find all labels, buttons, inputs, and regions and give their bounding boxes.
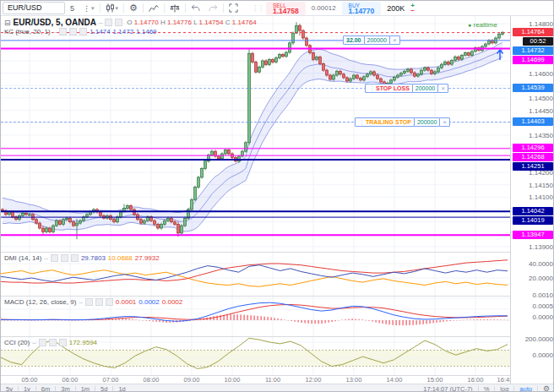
cci-legend: CCI (20) – 172.9594 <box>4 339 97 346</box>
position-profit-value: 32.00 <box>343 35 365 45</box>
pane-divider[interactable] <box>1 296 554 297</box>
quantity-field[interactable]: 200K <box>383 4 408 13</box>
stop-loss-order-label[interactable]: ⋮STOP LOSS 200000 × <box>366 84 448 93</box>
close-icon[interactable] <box>79 28 87 35</box>
macd-hist-value: 0.0001 <box>116 298 136 306</box>
bar-countdown: 00:52 <box>523 37 553 46</box>
fullscreen-button[interactable] <box>225 2 242 14</box>
chart-style-button[interactable]: ▾ <box>102 2 122 14</box>
time-label: 09:00 <box>179 376 204 384</box>
close-icon[interactable] <box>71 254 79 262</box>
eye-icon[interactable] <box>85 298 93 306</box>
eye-icon[interactable] <box>105 19 112 26</box>
time-axis[interactable]: 05:0006:0007:0008:0009:0010:0011:0012:00… <box>1 376 510 384</box>
bottom-toolbar: 5y 1y 6m 3m 1m 5d 1d 17:14:07 (UTC-7) % … <box>1 384 554 392</box>
time-label: 08:00 <box>138 376 164 384</box>
dmi-minus-di-value: 10.0688 <box>108 254 133 262</box>
percent-scale-button[interactable]: % <box>484 385 490 392</box>
indicators-button[interactable] <box>145 2 162 14</box>
drag-handle-icon[interactable]: ⋮ <box>358 118 366 126</box>
legend-arrow[interactable]: – <box>32 339 35 346</box>
time-label: 13:00 <box>341 376 367 384</box>
cancel-stop-loss-button[interactable]: × <box>437 84 448 93</box>
settings-small-icon[interactable] <box>115 19 122 26</box>
gear-icon[interactable]: ⚙ <box>543 384 550 392</box>
eye-icon[interactable] <box>59 28 67 35</box>
price-tick: 1.13900 <box>529 243 553 251</box>
auto-scale-button[interactable]: auto <box>519 385 532 392</box>
eye-icon[interactable] <box>51 254 58 262</box>
price-badge: 1.14403 <box>513 117 553 126</box>
time-label: 15:00 <box>422 376 448 384</box>
quantity-decrease-button[interactable]: − <box>410 8 415 14</box>
kebab-icon: ⋮ <box>83 4 90 13</box>
toolbar-separator <box>223 3 224 13</box>
log-scale-button[interactable]: log <box>500 385 508 392</box>
range-1d-button[interactable]: 1d <box>118 385 125 392</box>
symbol-label: EUR/USD <box>8 3 42 12</box>
toolbar-separator <box>100 3 100 13</box>
trailing-stop-quantity[interactable]: 200000 <box>414 117 440 127</box>
redo-button[interactable] <box>205 2 221 14</box>
interval-menu-button[interactable]: ⋮ ▾ <box>79 2 98 14</box>
time-label: 07:00 <box>98 376 123 384</box>
settings-button[interactable]: ⚙ <box>126 2 141 14</box>
stop-loss-quantity[interactable]: 200000 <box>412 84 438 93</box>
price-axis[interactable]: 1.148001.146501.146001.145001.144501.143… <box>510 16 554 384</box>
range-3m-button[interactable]: 3m <box>61 385 69 392</box>
kc-lower-value: 1.1469 <box>136 28 156 35</box>
close-position-button[interactable]: × <box>389 35 400 45</box>
sell-button[interactable]: SELL 1.14758 <box>266 2 306 15</box>
cancel-trailing-stop-button[interactable]: × <box>439 117 450 127</box>
position-quantity[interactable]: 200000 <box>364 35 390 45</box>
buy-button[interactable]: BUY 1.14770 <box>342 2 382 15</box>
collapse-pane-icon[interactable]: ⊟ <box>4 19 11 27</box>
price-tick: 1.14350 <box>529 132 553 139</box>
dmi-adx-value: 27.9932 <box>135 254 160 262</box>
range-5d-button[interactable]: 5d <box>100 385 107 392</box>
price-badge: 1.14268 <box>513 153 553 161</box>
settings-small-icon[interactable] <box>49 339 57 346</box>
trailing-stop-order-label[interactable]: ⋮TRAILING STOP 200000 × <box>356 117 450 127</box>
symbol-search-input[interactable]: EUR/USD <box>3 2 65 14</box>
dmi-plus-di-value: 29.7803 <box>81 254 106 262</box>
position-order-label[interactable]: 32.00 200000 × <box>344 35 400 45</box>
eye-icon[interactable] <box>39 339 46 346</box>
realtime-dot-icon: ● <box>468 22 471 28</box>
compare-button[interactable] <box>166 2 183 14</box>
buy-price: 1.14770 <box>349 8 375 14</box>
clock-label: 17:14:07 (UTC-7) <box>423 385 472 392</box>
time-label: 16:00 <box>463 376 488 384</box>
range-1m-button[interactable]: 1m <box>81 385 90 392</box>
kc-title: KC (true, 20, 1) <box>4 28 51 35</box>
cci-title: CCI (20) <box>4 339 30 346</box>
price-tick: 1.14150 <box>529 182 553 189</box>
pane-divider[interactable] <box>1 336 554 337</box>
close-icon[interactable] <box>59 339 67 346</box>
legend-arrow[interactable]: – <box>79 298 82 306</box>
dmi-title: DMI (14, 14) <box>4 254 41 262</box>
time-label: 11:00 <box>260 376 285 384</box>
settings-small-icon[interactable] <box>61 254 68 262</box>
drag-handle-icon[interactable]: ⋮ <box>368 84 376 92</box>
indicator-axis-label: 200.0000 <box>525 335 553 343</box>
kc-indicator-legend: KC (true, 20, 1) – 1.1474 1.1472 1.1469 <box>4 28 157 35</box>
interval-button[interactable]: 5 <box>67 2 78 14</box>
price-tick: 1.14500 <box>529 95 553 102</box>
settings-small-icon[interactable] <box>95 298 103 306</box>
range-5y-button[interactable]: 5y <box>6 385 13 392</box>
undo-button[interactable] <box>187 2 204 14</box>
legend-arrow[interactable]: – <box>99 19 102 26</box>
pane-divider[interactable] <box>1 252 554 253</box>
range-6m-button[interactable]: 6m <box>41 385 50 392</box>
range-1y-button[interactable]: 1y <box>24 385 30 392</box>
close-icon[interactable] <box>106 298 113 306</box>
price-chart-pane[interactable] <box>1 16 510 252</box>
time-label: 10:00 <box>220 376 245 384</box>
compare-scales-icon <box>170 4 180 13</box>
drag-handle-icon[interactable]: ⋮⋮ <box>252 4 263 12</box>
legend-arrow[interactable]: – <box>53 28 57 35</box>
legend-arrow[interactable]: – <box>44 254 47 262</box>
time-label: 06:00 <box>57 376 83 384</box>
settings-small-icon[interactable] <box>69 28 77 35</box>
